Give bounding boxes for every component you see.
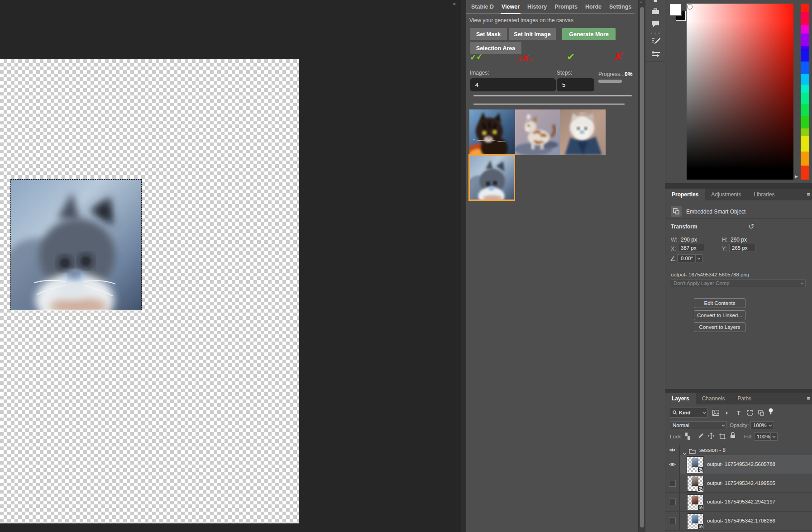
eye-icon[interactable] [669,447,676,452]
thumbnail-cat-1[interactable] [469,109,515,155]
comment-bubble-icon[interactable] [651,21,659,28]
tab-settings[interactable]: Settings [609,4,631,10]
filter-toggle-icon[interactable] [766,407,776,417]
filter-smart-object-icon[interactable] [756,408,766,418]
visibility-checkbox-off[interactable] [669,480,676,487]
filter-adjustment-icon[interactable]: ◐ [722,408,732,418]
lock-pixels-icon[interactable] [697,433,703,441]
placed-image-selection[interactable] [10,179,142,310]
angle-input[interactable]: 0.00° [677,254,702,262]
chevron-down-icon[interactable] [799,280,805,287]
visibility-checkbox-off[interactable] [669,518,676,524]
separator [473,104,625,104]
filter-type-icon[interactable]: T [734,408,744,418]
panel-seam [665,389,812,393]
check-icon[interactable]: ✔ [567,51,575,63]
double-check-icon[interactable]: ✔✔ [469,52,483,63]
set-init-image-button[interactable]: Set Init Image [509,28,556,40]
chevron-down-icon[interactable] [767,422,774,429]
layer-name[interactable]: output- 1675495342.5605788 [707,461,775,467]
group-name[interactable]: session - 8 [699,447,726,453]
lock-all-icon[interactable] [730,432,736,440]
tab-properties[interactable]: Properties [665,189,705,200]
y-input[interactable]: 265 px [729,244,755,252]
lock-transparency-icon[interactable]: ▚ [685,433,690,440]
scroll-up-icon[interactable]: ^ [640,1,642,5]
thumbnail-cat-2[interactable] [515,109,560,155]
document-canvas[interactable] [0,59,299,523]
lock-position-icon[interactable] [708,432,715,441]
layer-thumbnail[interactable] [687,513,703,529]
tab-history[interactable]: History [527,4,547,10]
opacity-input[interactable]: 100% [750,421,774,429]
close-icon[interactable]: × [453,0,456,7]
filter-image-icon[interactable] [711,408,721,418]
layer-group-row[interactable]: session - 8 [665,445,812,455]
panel-menu-icon[interactable]: ≡ [807,191,810,198]
visibility-column[interactable] [665,474,680,492]
layer-row[interactable]: output- 1675495342.2942197 [665,493,812,512]
convert-to-layers-button[interactable]: Convert to Layers [694,322,745,332]
color-sample-ring-icon[interactable] [688,5,692,9]
edit-contents-button[interactable]: Edit Contents [694,298,745,308]
images-input[interactable] [470,78,556,91]
visibility-column[interactable] [665,512,680,530]
layer-row[interactable]: output- 1675495342.4199505 [665,474,812,493]
tab-prompts[interactable]: Prompts [554,4,578,10]
reset-icon[interactable]: ↺ [748,222,754,231]
kind-filter-dropdown[interactable]: Kind [670,408,708,418]
eye-icon[interactable] [669,462,676,467]
tab-stable-d[interactable]: Stable D [471,4,494,10]
layer-thumbnail[interactable] [687,476,703,492]
visibility-column[interactable] [665,455,680,474]
tab-libraries[interactable]: Libraries [747,189,781,200]
scrollbar-thumb[interactable] [640,7,644,527]
tab-channels[interactable]: Channels [696,393,731,404]
visibility-checkbox-off[interactable] [669,499,676,505]
tab-layers[interactable]: Layers [665,393,696,404]
blend-mode-dropdown[interactable]: Normal [670,421,727,429]
layer-row-selected[interactable]: output- 1675495342.5605788 [665,455,812,474]
filter-shape-icon[interactable] [745,408,755,418]
layer-row[interactable]: output- 1675495342.1708286 [665,512,812,531]
tool-presets-icon[interactable] [651,51,660,58]
triple-cross-icon[interactable]: ✘✘✘ [517,53,533,63]
chevron-down-icon[interactable] [770,433,777,440]
generate-more-button[interactable]: Generate More [562,28,616,40]
layer-name[interactable]: output- 1675495342.4199505 [707,480,775,486]
panel-menu-icon[interactable]: ≡ [807,395,810,402]
thumbnail-cat-4-selected[interactable] [470,156,514,200]
tab-paths[interactable]: Paths [731,393,758,404]
layer-comp-dropdown[interactable]: Don't Apply Layer Comp [671,279,806,287]
chevron-down-icon[interactable] [720,422,726,429]
color-picker-field[interactable] [687,4,793,180]
fill-input[interactable]: 100% [754,432,778,441]
tab-viewer[interactable]: Viewer [502,4,520,10]
chevron-down-icon[interactable] [695,255,702,262]
layer-name[interactable]: output- 1675495342.2942197 [707,499,775,504]
layer-thumbnail[interactable] [687,457,703,473]
foreground-color-swatch[interactable] [670,4,681,15]
layer-name[interactable]: output- 1675495342.1708286 [707,518,775,523]
thumbnail-cat-3[interactable] [560,109,606,155]
convert-to-linked-button[interactable]: Convert to Linked... [694,310,745,320]
materials-bag-icon[interactable] [651,8,659,14]
visibility-column[interactable] [665,445,680,455]
lock-artboard-icon[interactable] [719,433,726,441]
x-label: X: [671,246,676,252]
pen-tip-icon[interactable] [651,0,659,4]
picker-flyout-icon[interactable]: ▶ [795,174,798,179]
plugin-scrollbar[interactable]: ^ [638,0,645,532]
chevron-down-icon[interactable] [701,408,707,417]
grip-handle[interactable] [650,33,661,34]
steps-input[interactable] [557,78,594,91]
hue-strip[interactable] [801,4,809,180]
set-mask-button[interactable]: Set Mask [470,28,507,40]
x-input[interactable]: 387 px [678,244,704,252]
layer-thumbnail[interactable] [687,494,703,510]
brush-settings-icon[interactable] [651,37,660,45]
visibility-column[interactable] [665,493,680,511]
cross-icon[interactable]: ✘ [613,50,622,63]
tab-adjustments[interactable]: Adjustments [705,189,747,200]
tab-horde[interactable]: Horde [585,4,602,10]
